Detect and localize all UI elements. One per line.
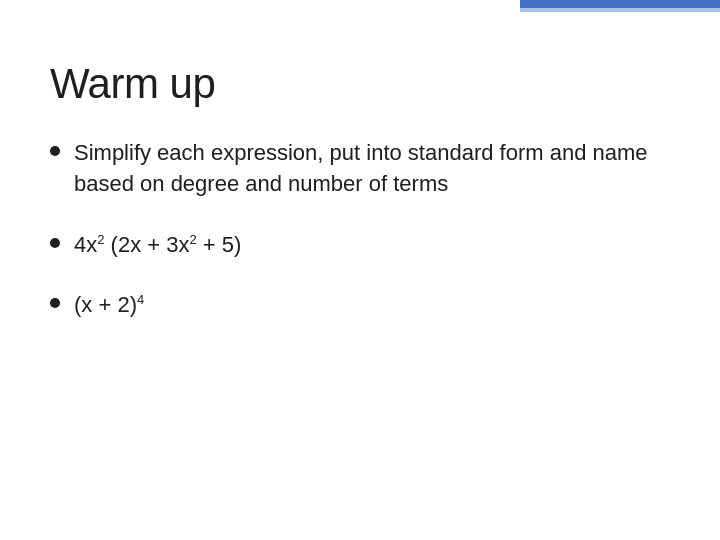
item-text-2: 4x2 (2x + 3x2 + 5) [74,230,670,261]
list-item: 4x2 (2x + 3x2 + 5) [50,230,670,261]
slide-title: Warm up [50,60,670,108]
item-text-3: (x + 2)4 [74,290,670,321]
top-accent-bar-secondary [520,8,720,12]
bullet-icon [50,238,60,248]
list-item: (x + 2)4 [50,290,670,321]
list-item: Simplify each expression, put into stand… [50,138,670,200]
bullet-icon [50,146,60,156]
content-list: Simplify each expression, put into stand… [50,138,670,321]
slide: Warm up Simplify each expression, put in… [0,0,720,540]
top-accent-bar [520,0,720,8]
item-text-1: Simplify each expression, put into stand… [74,138,670,200]
bullet-icon [50,298,60,308]
